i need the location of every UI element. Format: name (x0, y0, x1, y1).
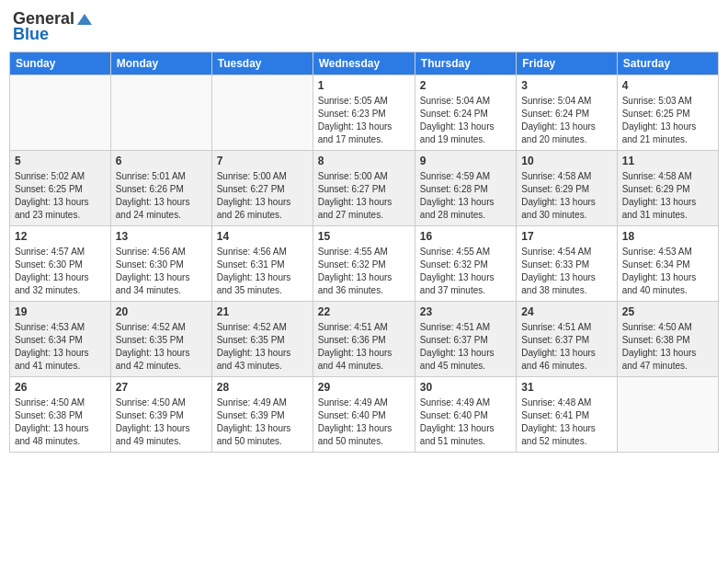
day-number: 29 (318, 381, 410, 394)
day-number: 2 (420, 79, 511, 92)
svg-marker-0 (77, 14, 92, 25)
day-info: Sunrise: 4:49 AM Sunset: 6:40 PM Dayligh… (420, 396, 511, 448)
day-number: 5 (15, 155, 106, 167)
day-number: 11 (622, 155, 713, 167)
day-info: Sunrise: 5:01 AM Sunset: 6:26 PM Dayligh… (116, 170, 207, 222)
day-info: Sunrise: 4:50 AM Sunset: 6:38 PM Dayligh… (15, 396, 106, 448)
calendar-cell: 1Sunrise: 5:05 AM Sunset: 6:23 PM Daylig… (313, 75, 415, 151)
calendar-cell: 29Sunrise: 4:49 AM Sunset: 6:40 PM Dayli… (313, 377, 415, 453)
calendar-cell: 27Sunrise: 4:50 AM Sunset: 6:39 PM Dayli… (110, 377, 211, 453)
calendar-cell: 6Sunrise: 5:01 AM Sunset: 6:26 PM Daylig… (110, 151, 211, 226)
calendar-cell: 17Sunrise: 4:54 AM Sunset: 6:33 PM Dayli… (517, 226, 617, 302)
calendar-cell (110, 75, 211, 151)
day-number: 30 (420, 381, 511, 394)
calendar-cell: 14Sunrise: 4:56 AM Sunset: 6:31 PM Dayli… (211, 226, 313, 302)
day-number: 19 (15, 305, 106, 318)
day-info: Sunrise: 4:52 AM Sunset: 6:35 PM Dayligh… (116, 321, 207, 373)
calendar-cell: 9Sunrise: 4:59 AM Sunset: 6:28 PM Daylig… (415, 151, 516, 226)
calendar-cell: 12Sunrise: 4:57 AM Sunset: 6:30 PM Dayli… (10, 226, 111, 302)
calendar-cell: 18Sunrise: 4:53 AM Sunset: 6:34 PM Dayli… (617, 226, 718, 302)
day-info: Sunrise: 4:56 AM Sunset: 6:31 PM Dayligh… (217, 246, 308, 297)
calendar-cell: 20Sunrise: 4:52 AM Sunset: 6:35 PM Dayli… (110, 302, 211, 377)
day-info: Sunrise: 4:56 AM Sunset: 6:30 PM Dayligh… (116, 246, 207, 297)
calendar-week-2: 5Sunrise: 5:02 AM Sunset: 6:25 PM Daylig… (10, 151, 719, 226)
day-header-monday: Monday (110, 52, 211, 75)
calendar-cell: 23Sunrise: 4:51 AM Sunset: 6:37 PM Dayli… (415, 302, 516, 377)
day-info: Sunrise: 4:57 AM Sunset: 6:30 PM Dayligh… (15, 246, 106, 297)
day-info: Sunrise: 4:51 AM Sunset: 6:36 PM Dayligh… (318, 321, 410, 373)
calendar-cell: 22Sunrise: 4:51 AM Sunset: 6:36 PM Dayli… (313, 302, 415, 377)
day-number: 17 (521, 230, 611, 243)
day-number: 31 (521, 381, 611, 394)
day-number: 21 (217, 305, 308, 318)
calendar-cell: 10Sunrise: 4:58 AM Sunset: 6:29 PM Dayli… (517, 151, 617, 226)
calendar-header-row: SundayMondayTuesdayWednesdayThursdayFrid… (10, 52, 719, 75)
calendar-week-4: 19Sunrise: 4:53 AM Sunset: 6:34 PM Dayli… (10, 302, 719, 377)
day-info: Sunrise: 4:51 AM Sunset: 6:37 PM Dayligh… (521, 321, 611, 373)
day-number: 3 (521, 79, 611, 92)
calendar-cell: 11Sunrise: 4:58 AM Sunset: 6:29 PM Dayli… (617, 151, 718, 226)
day-info: Sunrise: 4:53 AM Sunset: 6:34 PM Dayligh… (622, 246, 713, 297)
day-info: Sunrise: 4:49 AM Sunset: 6:39 PM Dayligh… (217, 396, 308, 448)
day-number: 22 (318, 305, 410, 318)
day-number: 26 (15, 381, 106, 394)
day-number: 7 (217, 155, 308, 167)
day-number: 1 (318, 79, 410, 92)
day-number: 14 (217, 230, 308, 243)
day-number: 8 (318, 155, 410, 167)
calendar-cell (10, 75, 111, 151)
calendar-cell (617, 377, 718, 453)
calendar-cell: 15Sunrise: 4:55 AM Sunset: 6:32 PM Dayli… (313, 226, 415, 302)
day-info: Sunrise: 4:53 AM Sunset: 6:34 PM Dayligh… (15, 321, 106, 373)
day-info: Sunrise: 4:58 AM Sunset: 6:29 PM Dayligh… (521, 170, 611, 222)
day-info: Sunrise: 5:05 AM Sunset: 6:23 PM Dayligh… (318, 95, 410, 146)
day-header-saturday: Saturday (617, 52, 718, 75)
day-number: 4 (622, 79, 713, 92)
day-number: 25 (622, 305, 713, 318)
day-header-wednesday: Wednesday (313, 52, 415, 75)
calendar-cell (211, 75, 313, 151)
day-number: 6 (116, 155, 207, 167)
day-header-sunday: Sunday (10, 52, 111, 75)
calendar-table: SundayMondayTuesdayWednesdayThursdayFrid… (9, 52, 719, 453)
day-number: 9 (420, 155, 511, 167)
day-info: Sunrise: 4:52 AM Sunset: 6:35 PM Dayligh… (217, 321, 308, 373)
calendar-cell: 3Sunrise: 5:04 AM Sunset: 6:24 PM Daylig… (517, 75, 617, 151)
calendar-cell: 30Sunrise: 4:49 AM Sunset: 6:40 PM Dayli… (415, 377, 516, 453)
calendar-week-3: 12Sunrise: 4:57 AM Sunset: 6:30 PM Dayli… (10, 226, 719, 302)
day-number: 15 (318, 230, 410, 243)
day-info: Sunrise: 4:58 AM Sunset: 6:29 PM Dayligh… (622, 170, 713, 222)
logo-blue-text: Blue (13, 25, 49, 44)
day-info: Sunrise: 5:00 AM Sunset: 6:27 PM Dayligh… (217, 170, 308, 222)
day-info: Sunrise: 5:04 AM Sunset: 6:24 PM Dayligh… (420, 95, 511, 146)
day-header-thursday: Thursday (415, 52, 516, 75)
day-number: 28 (217, 381, 308, 394)
day-number: 10 (521, 155, 611, 167)
day-info: Sunrise: 4:55 AM Sunset: 6:32 PM Dayligh… (420, 246, 511, 297)
calendar-cell: 19Sunrise: 4:53 AM Sunset: 6:34 PM Dayli… (10, 302, 111, 377)
calendar-cell: 16Sunrise: 4:55 AM Sunset: 6:32 PM Dayli… (415, 226, 516, 302)
day-number: 18 (622, 230, 713, 243)
calendar-cell: 25Sunrise: 4:50 AM Sunset: 6:38 PM Dayli… (617, 302, 718, 377)
day-number: 20 (116, 305, 207, 318)
calendar-cell: 28Sunrise: 4:49 AM Sunset: 6:39 PM Dayli… (211, 377, 313, 453)
logo: General Blue (13, 9, 95, 44)
day-info: Sunrise: 4:59 AM Sunset: 6:28 PM Dayligh… (420, 170, 511, 222)
page-header: General Blue (9, 9, 719, 44)
day-info: Sunrise: 4:51 AM Sunset: 6:37 PM Dayligh… (420, 321, 511, 373)
calendar-cell: 24Sunrise: 4:51 AM Sunset: 6:37 PM Dayli… (517, 302, 617, 377)
calendar-week-5: 26Sunrise: 4:50 AM Sunset: 6:38 PM Dayli… (10, 377, 719, 453)
day-info: Sunrise: 4:50 AM Sunset: 6:39 PM Dayligh… (116, 396, 207, 448)
day-number: 23 (420, 305, 511, 318)
calendar-cell: 26Sunrise: 4:50 AM Sunset: 6:38 PM Dayli… (10, 377, 111, 453)
day-info: Sunrise: 4:55 AM Sunset: 6:32 PM Dayligh… (318, 246, 410, 297)
day-header-tuesday: Tuesday (211, 52, 313, 75)
day-info: Sunrise: 4:49 AM Sunset: 6:40 PM Dayligh… (318, 396, 410, 448)
day-info: Sunrise: 5:02 AM Sunset: 6:25 PM Dayligh… (15, 170, 106, 222)
calendar-cell: 5Sunrise: 5:02 AM Sunset: 6:25 PM Daylig… (10, 151, 111, 226)
calendar-cell: 21Sunrise: 4:52 AM Sunset: 6:35 PM Dayli… (211, 302, 313, 377)
day-header-friday: Friday (517, 52, 617, 75)
day-info: Sunrise: 5:03 AM Sunset: 6:25 PM Dayligh… (622, 95, 713, 146)
calendar-cell: 8Sunrise: 5:00 AM Sunset: 6:27 PM Daylig… (313, 151, 415, 226)
logo-icon (75, 12, 94, 27)
